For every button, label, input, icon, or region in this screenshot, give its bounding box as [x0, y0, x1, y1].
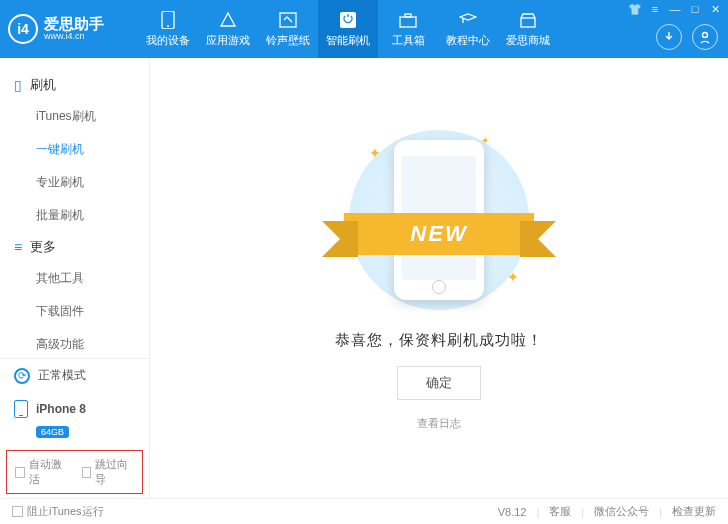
nav-tutorial[interactable]: 教程中心	[438, 0, 498, 58]
storage-badge: 64GB	[36, 426, 69, 438]
sidebar-item-oneclick-flash[interactable]: 一键刷机	[0, 133, 149, 166]
phone-icon: ▯	[14, 77, 22, 93]
nav-ringtone[interactable]: 铃声壁纸	[258, 0, 318, 58]
block-itunes-checkbox[interactable]: 阻止iTunes运行	[12, 504, 104, 519]
options-highlight-box: 自动激活 跳过向导	[6, 450, 143, 494]
sidebar-item-advanced[interactable]: 高级功能	[0, 328, 149, 358]
device-mode[interactable]: ⟳正常模式	[0, 359, 149, 392]
skip-guide-checkbox[interactable]: 跳过向导	[82, 457, 135, 487]
sparkle-icon: ✦	[369, 145, 381, 161]
device-info[interactable]: iPhone 8 64GB	[0, 392, 149, 446]
nav-my-device[interactable]: 我的设备	[138, 0, 198, 58]
nav-toolbox[interactable]: 工具箱	[378, 0, 438, 58]
tutorial-icon	[458, 11, 478, 29]
sidebar-item-batch-flash[interactable]: 批量刷机	[0, 199, 149, 232]
ok-button[interactable]: 确定	[397, 366, 481, 400]
skin-button[interactable]: 👕	[626, 2, 644, 16]
support-link[interactable]: 客服	[549, 504, 571, 519]
svg-rect-6	[521, 18, 535, 27]
app-logo: i4 爱思助手 www.i4.cn	[8, 14, 138, 44]
success-illustration: ✦ ✦ ✦ NEW	[339, 125, 539, 315]
svg-rect-2	[280, 13, 296, 27]
minimize-button[interactable]: —	[666, 2, 684, 16]
sidebar-item-itunes-flash[interactable]: iTunes刷机	[0, 100, 149, 133]
nav-apps[interactable]: 应用游戏	[198, 0, 258, 58]
flash-icon	[338, 11, 358, 29]
refresh-icon: ⟳	[14, 368, 30, 384]
download-button[interactable]	[656, 24, 682, 50]
auto-activate-checkbox[interactable]: 自动激活	[15, 457, 68, 487]
success-message: 恭喜您，保资料刷机成功啦！	[335, 331, 543, 350]
title-bar: i4 爱思助手 www.i4.cn 我的设备 应用游戏 铃声壁纸 智能刷机 工具…	[0, 0, 728, 58]
status-bar: 阻止iTunes运行 V8.12 | 客服 | 微信公众号 | 检查更新	[0, 498, 728, 524]
sparkle-icon: ✦	[481, 135, 489, 146]
menu-button[interactable]: ≡	[646, 2, 664, 16]
sparkle-icon: ✦	[507, 269, 519, 285]
apps-icon	[218, 11, 238, 29]
device-icon	[158, 11, 178, 29]
user-button[interactable]	[692, 24, 718, 50]
store-icon	[518, 11, 538, 29]
top-nav: 我的设备 应用游戏 铃声壁纸 智能刷机 工具箱 教程中心 爱思商城	[138, 0, 558, 58]
view-log-link[interactable]: 查看日志	[417, 416, 461, 431]
logo-icon: i4	[8, 14, 38, 44]
sidebar-item-other-tools[interactable]: 其他工具	[0, 262, 149, 295]
version-label: V8.12	[498, 506, 527, 518]
more-icon: ≡	[14, 239, 22, 255]
svg-rect-4	[400, 17, 416, 27]
sidebar-item-download-firmware[interactable]: 下载固件	[0, 295, 149, 328]
toolbox-icon	[398, 11, 418, 29]
new-ribbon: NEW	[344, 213, 534, 255]
check-update-link[interactable]: 检查更新	[672, 504, 716, 519]
maximize-button[interactable]: □	[686, 2, 704, 16]
sidebar-item-pro-flash[interactable]: 专业刷机	[0, 166, 149, 199]
close-button[interactable]: ✕	[706, 2, 724, 16]
phone-icon	[14, 400, 28, 418]
svg-point-7	[703, 33, 708, 38]
sidebar-section-flash[interactable]: ▯刷机	[0, 70, 149, 100]
sidebar-section-more[interactable]: ≡更多	[0, 232, 149, 262]
window-controls: 👕 ≡ — □ ✕	[626, 2, 724, 16]
main-content: ✦ ✦ ✦ NEW 恭喜您，保资料刷机成功啦！ 确定 查看日志	[150, 58, 728, 498]
app-name: 爱思助手	[44, 16, 104, 33]
svg-rect-5	[405, 14, 411, 17]
app-url: www.i4.cn	[44, 32, 104, 42]
wechat-link[interactable]: 微信公众号	[594, 504, 649, 519]
wallpaper-icon	[278, 11, 298, 29]
sidebar: ▯刷机 iTunes刷机 一键刷机 专业刷机 批量刷机 ≡更多 其他工具 下载固…	[0, 58, 150, 498]
nav-flash[interactable]: 智能刷机	[318, 0, 378, 58]
nav-store[interactable]: 爱思商城	[498, 0, 558, 58]
svg-point-1	[167, 25, 169, 27]
